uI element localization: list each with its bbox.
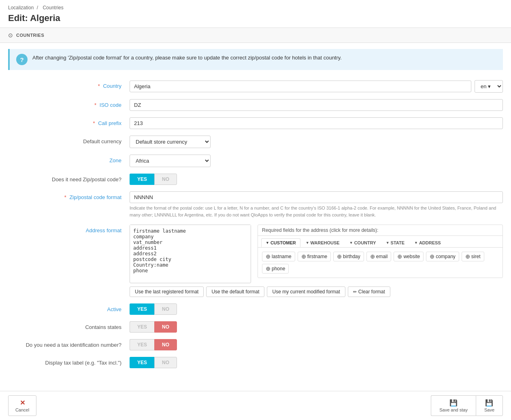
tab-warehouse-label: WAREHOUSE (311, 240, 340, 245)
cancel-label: Cancel (15, 407, 29, 412)
contains-states-label: Contains states (8, 321, 130, 330)
country-label: * Country (8, 80, 130, 89)
floppy-icon-stay: 💾 (449, 399, 458, 407)
required-fields-content: ⊕ lastname ⊕ firstname ⊕ birthday (258, 248, 502, 278)
active-toggle-group: YES NO (130, 303, 503, 315)
zip-toggle-label: Does it need Zip/postal code? (8, 174, 130, 182)
contains-states-toggle-group: YES NO (130, 321, 503, 333)
field-lastname[interactable]: ⊕ lastname (262, 252, 295, 261)
plus-icon-lastname: ⊕ (266, 253, 270, 260)
active-control: YES NO (130, 303, 503, 315)
save-and-stay-button[interactable]: 💾 Save and stay (431, 395, 476, 416)
tab-customer[interactable]: ▼ CUSTOMER (261, 238, 300, 247)
country-input[interactable] (130, 81, 471, 92)
plus-icon-phone: ⊕ (266, 265, 270, 272)
default-currency-label: Default currency (8, 136, 130, 144)
x-icon: ✕ (20, 399, 25, 407)
save-button[interactable]: 💾 Save (476, 395, 503, 416)
field-company-label: company (436, 254, 456, 259)
call-prefix-control (130, 117, 503, 129)
section-header: ⊙ COUNTRIES (0, 28, 511, 43)
save-stay-label: Save and stay (439, 407, 468, 412)
field-email[interactable]: ⊕ email (366, 252, 392, 261)
address-format-label: Address format (8, 225, 130, 233)
field-firstname[interactable]: ⊕ firstname (298, 252, 331, 261)
plus-icon-firstname: ⊕ (301, 253, 306, 260)
default-currency-select[interactable]: Default store currency (130, 136, 211, 148)
contains-states-control: YES NO (130, 321, 503, 333)
tab-address[interactable]: ▼ ADDRESS (410, 238, 445, 247)
active-yes-btn[interactable]: YES (130, 303, 154, 315)
tab-country-arrow: ▼ (349, 241, 353, 245)
required-fields-tabs: ▼ CUSTOMER ▼ WAREHOUSE ▼ COUNTRY (258, 236, 502, 248)
use-default-format-btn[interactable]: Use the default format (206, 286, 264, 297)
iso-input[interactable] (130, 99, 503, 111)
save-label: Save (484, 407, 494, 412)
call-prefix-label: * Call prefix (8, 117, 130, 126)
zip-no-btn[interactable]: NO (154, 174, 177, 185)
zip-yes-btn[interactable]: YES (130, 174, 154, 185)
tab-warehouse[interactable]: ▼ WAREHOUSE (301, 238, 344, 247)
address-format-textarea[interactable]: firstname lastname company vat_number ad… (130, 225, 251, 282)
display-tax-yes-btn[interactable]: YES (130, 357, 154, 368)
tax-id-no-btn[interactable]: NO (154, 339, 177, 350)
tab-state-label: STATE (391, 240, 405, 245)
tax-id-label: Do you need a tax identification number? (8, 339, 130, 348)
zip-format-input[interactable] (130, 191, 503, 203)
zone-label: Zone (8, 155, 130, 163)
field-siret[interactable]: ⊕ siret (462, 252, 484, 261)
field-firstname-label: firstname (307, 254, 327, 259)
zip-format-help: Indicate the format of the postal code: … (130, 205, 503, 218)
zip-toggle-group: YES NO (130, 174, 503, 185)
tax-id-toggle-group: YES NO (130, 339, 503, 350)
zip-toggle-control: YES NO (130, 174, 503, 185)
tab-state[interactable]: ▼ STATE (381, 238, 409, 247)
use-last-format-btn[interactable]: Use the last registered format (130, 286, 204, 297)
zone-control: Africa (130, 155, 503, 167)
breadcrumb: Localization / Countries (8, 5, 503, 11)
country-row: * Country en ▾ (8, 80, 503, 93)
field-company[interactable]: ⊕ company (426, 252, 459, 261)
field-lastname-label: lastname (272, 254, 292, 259)
zip-toggle-row: Does it need Zip/postal code? YES NO (8, 174, 503, 185)
use-modified-format-btn[interactable]: Use my current modified format (267, 286, 345, 297)
iso-code-row: * ISO code (8, 99, 503, 111)
breadcrumb-localization[interactable]: Localization (8, 5, 34, 11)
display-tax-toggle-group: YES NO (130, 357, 503, 368)
active-row: Active YES NO (8, 303, 503, 315)
required-star: * (98, 83, 100, 89)
active-no-btn[interactable]: NO (154, 303, 177, 315)
contains-states-yes-btn[interactable]: YES (130, 321, 154, 333)
info-box: ? After changing 'Zip/postal code format… (8, 49, 503, 70)
field-birthday[interactable]: ⊕ birthday (333, 252, 364, 261)
save-buttons-group: 💾 Save and stay 💾 Save (431, 395, 503, 416)
plus-icon-company: ⊕ (430, 253, 434, 260)
field-website[interactable]: ⊕ website (394, 252, 424, 261)
tab-customer-arrow: ▼ (266, 241, 269, 245)
display-tax-no-btn[interactable]: NO (154, 357, 177, 368)
breadcrumb-separator: / (37, 5, 38, 11)
lang-select[interactable]: en ▾ (475, 80, 503, 93)
address-format-row: Address format firstname lastname compan… (8, 225, 503, 297)
call-prefix-input[interactable] (130, 117, 503, 129)
field-email-label: email (376, 254, 388, 259)
clear-format-btn[interactable]: ✏ Clear format (348, 286, 390, 297)
iso-control (130, 99, 503, 111)
field-phone[interactable]: ⊕ phone (262, 264, 289, 274)
display-tax-label: Display tax label (e.g. "Tax incl.") (8, 357, 130, 366)
zip-format-label: * Zip/postal code format (8, 191, 130, 200)
iso-label: * ISO code (8, 99, 130, 108)
country-control: en ▾ (130, 80, 503, 93)
plus-icon-website: ⊕ (397, 253, 402, 260)
format-buttons: Use the last registered format Use the d… (130, 286, 503, 297)
tax-id-row: Do you need a tax identification number?… (8, 339, 503, 350)
zone-select[interactable]: Africa (130, 155, 211, 167)
zip-format-control: Indicate the format of the postal code: … (130, 191, 503, 218)
tab-state-arrow: ▼ (386, 241, 390, 245)
tab-country[interactable]: ▼ COUNTRY (345, 238, 381, 247)
call-prefix-row: * Call prefix (8, 117, 503, 129)
cancel-button[interactable]: ✕ Cancel (8, 395, 36, 416)
contains-states-no-btn[interactable]: NO (154, 321, 177, 333)
required-fields-panel: Required fields for the address (click f… (258, 225, 503, 278)
tax-id-yes-btn[interactable]: YES (130, 339, 154, 350)
